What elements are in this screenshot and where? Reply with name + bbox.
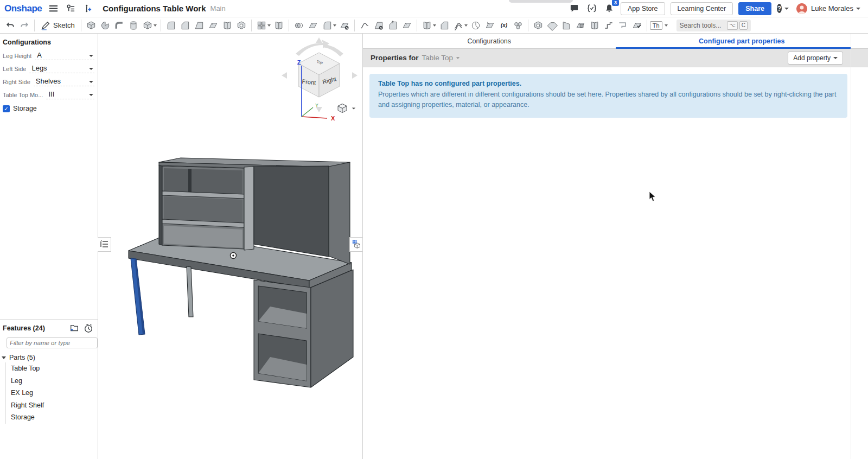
config-dropdown-table-top-mount[interactable]: III [46, 90, 94, 99]
fill-surface-button[interactable] [437, 18, 451, 33]
part-selector-dropdown[interactable]: Table Top [422, 54, 461, 62]
loft-button[interactable] [126, 18, 141, 33]
th-dropdown-caret[interactable] [665, 24, 668, 27]
transform-button[interactable] [386, 18, 400, 33]
tab-configured-part-properties[interactable]: Configured part properties [616, 34, 868, 48]
chat-icon[interactable] [569, 3, 580, 15]
new-folder-icon[interactable] [69, 323, 79, 333]
part-item-table-top[interactable]: Table Top [6, 362, 98, 375]
th-toggle-button[interactable]: Th [650, 21, 662, 30]
filter-input[interactable] [7, 337, 98, 348]
import-button[interactable] [531, 18, 545, 33]
shelf-unit-mid-recess [164, 196, 242, 224]
chevron-down-icon [89, 55, 93, 57]
workspace-name[interactable]: Main [210, 4, 226, 12]
search-tools-box[interactable]: Search tools... ⌥ C [676, 20, 751, 31]
config-dropdown-right-side[interactable]: Shelves [34, 77, 94, 86]
tab-configurations[interactable]: Configurations [363, 34, 616, 48]
boolean-button[interactable] [292, 18, 306, 33]
flat-pattern-button[interactable] [573, 18, 588, 33]
move-face-button[interactable] [358, 18, 372, 33]
hamburger-menu-icon[interactable] [47, 3, 59, 15]
redo-button[interactable] [17, 18, 31, 33]
part-item-leg[interactable]: Leg [6, 375, 98, 387]
share-button[interactable]: Share [738, 2, 771, 15]
sheet-metal-model-button[interactable] [545, 18, 559, 33]
insert-new-element-icon[interactable] [82, 3, 94, 15]
helix-button[interactable] [469, 18, 483, 33]
config-dropdown-leg-height[interactable]: A [35, 51, 94, 60]
split-button[interactable] [306, 18, 320, 33]
add-property-button[interactable]: Add property [788, 52, 843, 65]
shell-button[interactable] [220, 18, 234, 33]
parts-list: Table Top Leg EX Leg Right Shelf Storage [5, 362, 98, 424]
part-item-right-shelf[interactable]: Right Shelf [6, 399, 98, 412]
features-title: Features (24) [3, 324, 65, 332]
modify-fillet-dropdown-caret[interactable] [333, 24, 336, 27]
thicken-button[interactable] [141, 18, 155, 33]
thicken-dropdown-caret[interactable] [154, 24, 157, 27]
rollback-history-icon[interactable] [84, 323, 93, 333]
shortcut-key-option: ⌥ [727, 21, 738, 30]
undo-button[interactable] [3, 18, 17, 33]
chevron-down-icon [784, 8, 789, 10]
hole-button[interactable] [234, 18, 248, 33]
user-menu[interactable]: Luke Morales [811, 4, 860, 12]
linear-pattern-dropdown-caret[interactable] [267, 24, 271, 27]
config-input-right-side: Right Side Shelves [0, 74, 98, 87]
avatar[interactable] [796, 3, 807, 14]
tab-button[interactable] [588, 18, 602, 33]
config-panel-toggle-tab[interactable] [349, 237, 363, 252]
configurations-panel-title: Configurations [0, 34, 98, 48]
draft-button[interactable] [192, 18, 206, 33]
ruled-surface-button[interactable] [451, 18, 465, 33]
feature-list-toggle-tab[interactable] [98, 237, 111, 252]
extrude-button[interactable] [84, 18, 98, 33]
document-title: Configurations Table Work [103, 4, 206, 13]
help-menu[interactable]: ? [777, 3, 789, 15]
x-axis-label: X [331, 115, 335, 122]
chevron-down-icon [833, 57, 838, 59]
display-options-button[interactable] [336, 102, 356, 115]
config-dropdown-left-side[interactable]: Legs [29, 64, 94, 73]
routing-button[interactable] [616, 18, 630, 33]
parts-group[interactable]: Parts (5) [0, 350, 98, 362]
hutch-right-panel [329, 162, 350, 264]
onshape-logo[interactable]: Onshape [4, 3, 42, 14]
variable-studio-button[interactable] [511, 18, 525, 33]
bend-button[interactable] [559, 18, 573, 33]
enclose-button[interactable] [420, 18, 434, 33]
learning-center-button[interactable]: Learning Center [671, 2, 733, 15]
offset-surface-button[interactable] [400, 18, 414, 33]
part-item-storage[interactable]: Storage [6, 411, 98, 424]
enclose-dropdown-caret[interactable] [433, 24, 436, 27]
projected-curve-button[interactable] [483, 18, 497, 33]
ruled-surface-dropdown-caret[interactable] [464, 24, 468, 27]
model-viewport[interactable]: Top Front Right Z Y X [98, 34, 362, 459]
linear-pattern-button[interactable] [254, 18, 269, 33]
sweep-button[interactable] [112, 18, 126, 33]
custom-feature-button[interactable] [630, 18, 644, 33]
variables-button[interactable]: (x) [497, 18, 511, 33]
app-store-button[interactable]: App Store [621, 2, 665, 15]
fillet-button[interactable] [164, 18, 178, 33]
modify-fillet-button[interactable] [320, 18, 334, 33]
toast-remnant [509, 0, 573, 3]
storage-checkbox[interactable]: ✓ [3, 105, 10, 112]
versions-icon[interactable] [65, 3, 76, 15]
part-item-ex-leg[interactable]: EX Leg [6, 387, 98, 399]
sketch-button[interactable]: Sketch [37, 18, 78, 33]
chevron-down-icon [352, 107, 355, 109]
joint-button[interactable] [602, 18, 616, 33]
delete-face-button[interactable] [337, 18, 352, 33]
sketch-label: Sketch [53, 21, 75, 29]
notifications-bell-icon[interactable]: 3 [603, 3, 615, 15]
revolve-button[interactable] [98, 18, 112, 33]
featurescript-icon[interactable] [586, 3, 598, 15]
config-value: III [48, 90, 54, 98]
replace-face-button[interactable] [372, 18, 386, 33]
mirror-button[interactable] [272, 18, 286, 33]
svg-text:(x): (x) [501, 22, 508, 28]
rib-button[interactable] [206, 18, 220, 33]
chamfer-button[interactable] [178, 18, 192, 33]
